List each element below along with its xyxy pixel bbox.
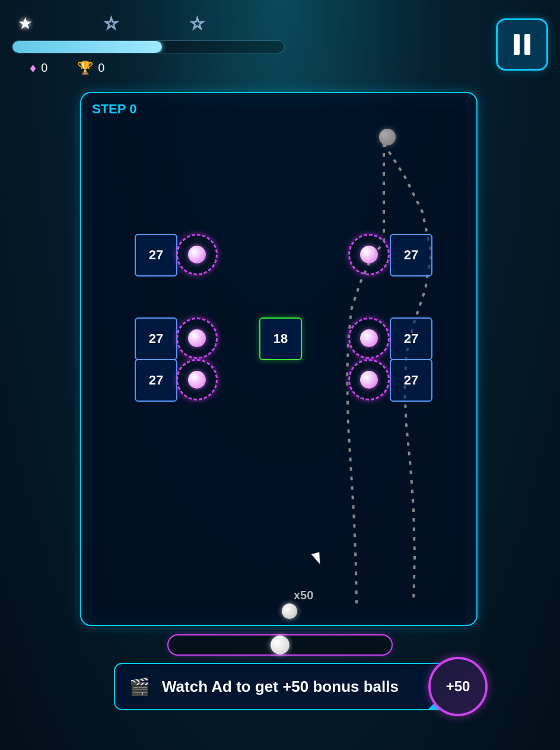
- brick-2-value: 27: [404, 247, 418, 263]
- orb-3: [176, 317, 218, 359]
- trophy-icon: 🏆: [77, 61, 93, 76]
- star-1: ★: [18, 14, 33, 33]
- header: ★ ☆ ☆ ♦ 0 🏆 0: [0, 0, 560, 83]
- diamond-count: 0: [41, 61, 47, 75]
- brick-5: 27: [390, 317, 432, 360]
- pause-button[interactable]: [496, 18, 548, 71]
- ball-count-label: x50: [294, 589, 313, 602]
- slider-container[interactable]: [167, 634, 393, 656]
- bonus-badge: +50: [428, 657, 488, 716]
- orb-4-inner-wrap: [360, 329, 378, 347]
- bottom-controls: 🎬 Watch Ad to get +50 bonus balls +50: [0, 634, 560, 744]
- pause-bar-right: [524, 34, 530, 55]
- orb-6: [348, 359, 390, 401]
- cursor: [311, 552, 323, 566]
- orb-2-inner-wrap: [360, 246, 378, 263]
- watch-ad-text: Watch Ad to get +50 bonus balls: [162, 678, 399, 696]
- orb-6-inner: [360, 371, 378, 389]
- orb-2: [348, 234, 390, 275]
- orb-1-inner: [188, 246, 206, 263]
- pause-icon: [514, 34, 530, 55]
- orb-1: [176, 234, 218, 275]
- watch-ad-wrapper: 🎬 Watch Ad to get +50 bonus balls +50: [114, 663, 446, 710]
- game-area[interactable]: STEP 0 27 27 27 18 27 27 27: [80, 92, 478, 626]
- trophy-count: 0: [98, 61, 104, 75]
- brick-1: 27: [135, 234, 177, 277]
- step-label: STEP 0: [92, 101, 136, 117]
- launcher-ball: [379, 129, 396, 145]
- brick-4-value: 18: [273, 331, 288, 347]
- orb-1-inner-wrap: [188, 246, 206, 263]
- orb-5-inner-wrap: [188, 371, 206, 389]
- brick-4-green: 18: [259, 317, 302, 360]
- diamond-stat: ♦ 0: [30, 61, 47, 76]
- progress-bar: [12, 40, 285, 53]
- orb-4-inner: [360, 329, 378, 347]
- brick-3-value: 27: [149, 331, 163, 347]
- brick-7-value: 27: [404, 373, 418, 388]
- brick-2: 27: [390, 234, 432, 277]
- pause-bar-left: [514, 34, 520, 55]
- brick-1-value: 27: [149, 247, 163, 263]
- orb-5-inner: [188, 371, 206, 389]
- orb-6-inner-wrap: [360, 371, 378, 389]
- header-left: ★ ☆ ☆ ♦ 0 🏆 0: [12, 14, 496, 76]
- orb-2-inner: [360, 246, 378, 263]
- orb-3-inner-wrap: [188, 329, 206, 347]
- watch-ad-button[interactable]: 🎬 Watch Ad to get +50 bonus balls: [114, 663, 446, 710]
- brick-3: 27: [135, 317, 177, 360]
- bonus-label: +50: [446, 678, 470, 695]
- orb-4: [348, 317, 390, 359]
- slider-thumb[interactable]: [271, 635, 289, 654]
- orb-5: [176, 359, 218, 401]
- camera-icon: 🎬: [129, 677, 150, 697]
- brick-6-value: 27: [149, 373, 163, 388]
- trophy-stat: 🏆 0: [77, 61, 104, 76]
- diamond-icon: ♦: [30, 61, 36, 76]
- main-ball: [282, 603, 297, 619]
- star-2: ☆: [104, 14, 119, 33]
- progress-bar-fill: [12, 41, 162, 53]
- stats-row: ♦ 0 🏆 0: [12, 61, 496, 76]
- brick-7: 27: [390, 359, 432, 402]
- orb-3-inner: [188, 329, 206, 347]
- stars-row: ★ ☆ ☆: [12, 14, 496, 33]
- star-3: ☆: [190, 14, 205, 33]
- brick-6: 27: [135, 359, 177, 402]
- brick-5-value: 27: [404, 331, 418, 347]
